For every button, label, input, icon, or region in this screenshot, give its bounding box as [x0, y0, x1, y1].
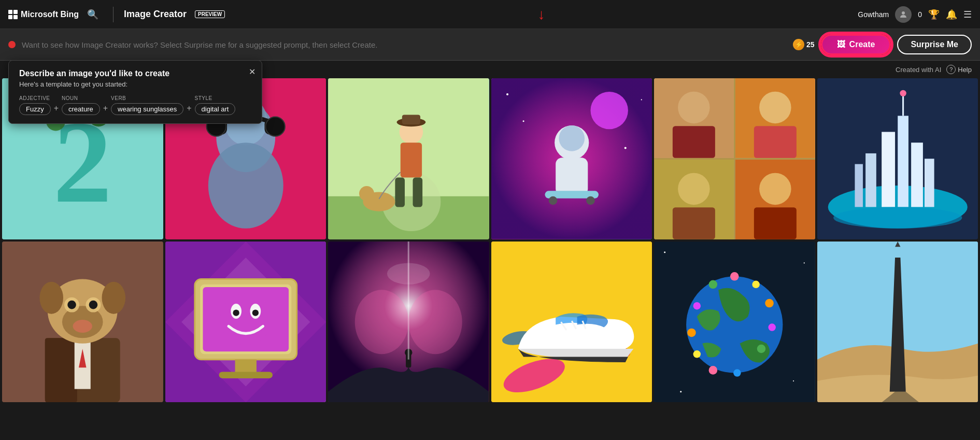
tooltip-close-button[interactable]: ✕ [249, 67, 255, 77]
user-name: Gowtham [858, 10, 889, 19]
image-item-12[interactable] [817, 242, 978, 403]
svg-point-96 [408, 290, 462, 354]
preview-badge: PREVIEW [195, 10, 225, 18]
image-grid: 2 [0, 78, 980, 404]
image-item-5[interactable] [654, 78, 815, 239]
adjective-tag[interactable]: Fuzzy [19, 103, 51, 115]
image-item-10[interactable] [491, 242, 652, 403]
svg-point-28 [590, 92, 628, 129]
svg-point-105 [664, 251, 665, 253]
svg-point-25 [359, 186, 374, 201]
svg-point-111 [752, 280, 759, 288]
svg-point-13 [265, 117, 285, 136]
svg-point-61 [833, 207, 962, 228]
template-row: ADJECTIVE Fuzzy + NOUN creature + VERB w… [19, 95, 251, 115]
coins-badge: ⚡ 25 [793, 39, 815, 50]
noun-tag[interactable]: creature [62, 103, 100, 115]
svg-point-37 [548, 196, 557, 205]
svg-rect-53 [882, 132, 895, 207]
help-circle-icon: ? [946, 65, 956, 74]
svg-rect-41 [673, 126, 715, 158]
svg-rect-44 [754, 126, 797, 158]
tooltip-title: Describe an image you'd like to create [19, 69, 251, 78]
svg-point-60 [900, 90, 906, 96]
svg-point-74 [39, 281, 63, 314]
svg-rect-64 [45, 338, 77, 402]
image-item-3[interactable] [328, 78, 489, 239]
svg-point-38 [586, 196, 595, 205]
svg-point-34 [559, 125, 585, 151]
svg-point-119 [693, 302, 701, 309]
menu-icon[interactable]: ☰ [963, 9, 972, 20]
svg-point-73 [73, 320, 92, 333]
created-ai-text: Created with AI [896, 66, 941, 74]
portrait-cell-1 [654, 78, 734, 158]
search-input[interactable] [22, 40, 787, 49]
image-item-8[interactable] [165, 242, 326, 403]
svg-point-32 [641, 99, 642, 100]
red-dot-indicator [8, 41, 16, 48]
portrait-cell-2 [735, 78, 815, 158]
plus-1: + [54, 104, 59, 113]
header-divider [113, 7, 113, 22]
svg-point-118 [687, 328, 696, 337]
svg-point-75 [102, 281, 126, 314]
verb-tag[interactable]: wearing sunglasses [111, 103, 183, 115]
svg-point-107 [680, 391, 681, 392]
svg-point-112 [765, 299, 774, 307]
svg-point-30 [522, 120, 524, 122]
svg-rect-55 [865, 153, 876, 207]
svg-point-115 [733, 369, 741, 376]
svg-point-0 [902, 11, 905, 15]
svg-point-46 [678, 173, 710, 205]
bell-icon[interactable]: 🔔 [946, 9, 957, 20]
svg-rect-19 [401, 143, 422, 177]
noun-label: NOUN [62, 95, 100, 101]
svg-rect-54 [898, 116, 908, 207]
header-right: Gowtham 0 🏆 🔔 ☰ [858, 6, 972, 23]
svg-rect-20 [395, 177, 405, 207]
avatar[interactable] [895, 6, 912, 23]
image-item-4[interactable] [491, 78, 652, 239]
arrow-down-icon: ↓ [538, 7, 545, 22]
bing-logo[interactable]: Microsoft Bing [8, 10, 79, 19]
svg-point-106 [804, 262, 805, 263]
svg-rect-88 [219, 372, 273, 378]
header: Microsoft Bing 🔍 Image Creator PREVIEW ↓… [0, 0, 980, 29]
svg-point-114 [757, 344, 766, 353]
tooltip-popup: ✕ Describe an image you'd like to create… [8, 60, 262, 124]
svg-rect-87 [235, 359, 256, 373]
verb-label: VERB [111, 95, 183, 101]
image-item-6[interactable] [817, 78, 978, 239]
svg-rect-58 [925, 159, 934, 207]
coin-icon: ⚡ [793, 39, 804, 50]
svg-point-14 [208, 143, 283, 229]
image-item-11[interactable] [654, 242, 815, 403]
help-button[interactable]: ? Help [946, 65, 972, 74]
svg-rect-47 [673, 207, 715, 239]
svg-rect-50 [754, 207, 797, 239]
svg-point-110 [730, 272, 739, 280]
tooltip-subtitle: Here's a template to get you started: [19, 80, 251, 88]
plus-2: + [103, 104, 108, 113]
header-center: ↓ [225, 7, 858, 22]
svg-point-31 [624, 147, 626, 149]
svg-point-113 [768, 323, 775, 331]
svg-point-72 [89, 300, 98, 309]
image-item-9[interactable] [328, 242, 489, 403]
search-button[interactable]: 🔍 [83, 7, 103, 22]
surprise-button[interactable]: Surprise Me [897, 35, 972, 54]
svg-rect-21 [413, 177, 423, 207]
style-tag[interactable]: digital art [195, 103, 236, 115]
svg-rect-35 [556, 158, 588, 195]
search-bar-container: ⚡ 25 🖼 Create Surprise Me ✕ Describe an … [0, 29, 980, 61]
svg-point-43 [759, 92, 791, 124]
svg-point-120 [709, 280, 718, 289]
portrait-cell-3 [654, 160, 734, 239]
svg-point-40 [678, 92, 710, 124]
help-label: Help [958, 66, 972, 74]
header-left: Microsoft Bing 🔍 Image Creator PREVIEW [8, 7, 225, 22]
image-item-7[interactable] [2, 242, 163, 403]
brand-name: Microsoft Bing [21, 10, 79, 19]
create-button[interactable]: 🖼 Create [821, 34, 891, 55]
